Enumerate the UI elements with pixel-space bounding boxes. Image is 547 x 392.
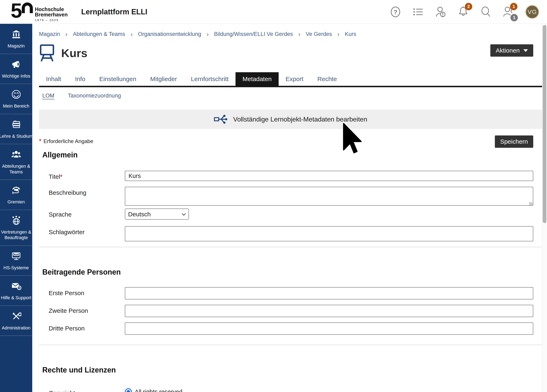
required-note: *Erforderliche Angabe [39, 135, 93, 144]
svg-text:?: ? [18, 286, 20, 290]
section-divider [39, 345, 542, 345]
tab-bar: Inhalt Info Einstellungen Mitglieder Ler… [39, 72, 542, 86]
schlagwoerter-label: Schlagwörter [39, 226, 125, 236]
sidebar-item-hilfe-support[interactable]: ? Hilfe & Support [0, 276, 32, 306]
logo-five-digit: 5 [11, 2, 21, 19]
user-avatar[interactable]: VG [525, 5, 539, 19]
sidebar-item-label: HS-Systeme [3, 265, 29, 271]
search-button[interactable] [480, 5, 492, 19]
form-row-zweite-person: Zweite Person [39, 305, 542, 317]
tab-mitglieder[interactable]: Mitglieder [143, 72, 184, 86]
sprache-select[interactable]: Deutsch [125, 209, 189, 220]
chevron-right-icon: › [298, 31, 301, 37]
contacts-badge-bottom: 1 [510, 14, 518, 21]
metadata-node-icon [214, 114, 227, 125]
sidebar-item-label: Lehre & Studium [0, 133, 33, 139]
tab-inhalt[interactable]: Inhalt [39, 72, 68, 86]
tab-metadaten[interactable]: Metadaten [235, 72, 279, 86]
breadcrumb-bildung-wissen[interactable]: Bildung/Wissen/ELLI Ve Gerdes [214, 31, 293, 37]
tab-einstellungen[interactable]: Einstellungen [92, 72, 143, 86]
sidebar-item-administration[interactable]: Administration [0, 306, 32, 336]
form-row-copyright: Copyright All rights reserved [39, 387, 542, 392]
breadcrumb-ve-gerdes[interactable]: Ve Gerdes [306, 31, 332, 37]
logo-text: Hochschule Bremerhaven 1975 – 2025 [35, 7, 68, 22]
svg-text:***: *** [14, 253, 18, 256]
course-easel-icon [39, 43, 55, 62]
copyright-label: Copyright [39, 387, 125, 392]
beschreibung-label: Beschreibung [39, 187, 125, 196]
beschreibung-textarea[interactable] [125, 187, 533, 206]
form-row-sprache: Sprache Deutsch [39, 209, 542, 220]
save-button[interactable]: Speichern [495, 135, 533, 148]
tab-export[interactable]: Export [279, 72, 310, 86]
chevron-right-icon: › [337, 31, 340, 37]
breadcrumb-abteilungen-teams[interactable]: Abteilungen & Teams [73, 31, 125, 37]
zweite-person-input[interactable] [125, 305, 533, 317]
notifications-badge: 2 [465, 3, 472, 10]
titel-input[interactable] [125, 171, 533, 181]
sidebar-item-vertretungen[interactable]: Vertretungen & Beauftragte [0, 210, 32, 246]
committee-icon [11, 185, 21, 196]
subtab-bar: LOM Taxonomiezuordnung [39, 93, 542, 99]
sidebar-item-hs-systeme[interactable]: *** HS-Systeme [0, 246, 32, 276]
app-title: Lernplattform ELLI [81, 7, 147, 16]
user-alert-icon: ! [435, 6, 446, 18]
sidebar-item-wichtige-infos[interactable]: Wichtige Infos [0, 54, 32, 84]
section-heading-rechte: Rechte und Lizenzen [42, 366, 542, 374]
scrollbar[interactable] [542, 24, 547, 392]
form-row-erste-person: Erste Person [39, 287, 542, 299]
copyright-radio-selected[interactable] [125, 388, 132, 392]
scrollbar-thumb[interactable] [543, 25, 546, 223]
subtab-lom[interactable]: LOM [42, 93, 55, 99]
tab-lernfortschritt[interactable]: Lernfortschritt [184, 72, 235, 86]
breadcrumb-kurs[interactable]: Kurs [345, 31, 356, 37]
form-row-beschreibung: Beschreibung [39, 187, 542, 206]
erste-person-label: Erste Person [39, 287, 125, 297]
form-toolbar: *Erforderliche Angabe Speichern [39, 135, 542, 148]
anniversary-50-logo: 5 [11, 2, 33, 19]
breadcrumb: Magazin › Abteilungen & Teams › Organisa… [39, 24, 542, 37]
sidebar-item-lehre-studium[interactable]: Lehre & Studium [0, 114, 32, 144]
sidebar-item-gremien[interactable]: Gremien [0, 180, 32, 210]
help-button[interactable]: ? [390, 5, 401, 19]
tab-info[interactable]: Info [68, 72, 92, 86]
logo-zero-arch [22, 2, 33, 13]
breadcrumb-magazin[interactable]: Magazin [39, 31, 60, 37]
dritte-person-input[interactable] [125, 322, 533, 335]
edit-full-metadata-banner[interactable]: Vollständige Lernobjekt-Metadaten bearbe… [39, 110, 542, 129]
erste-person-input[interactable] [125, 287, 533, 299]
resize-grip-icon[interactable] [529, 202, 533, 205]
bank-icon [11, 29, 21, 40]
sidebar-item-mein-bereich[interactable]: Mein Bereich [0, 84, 32, 114]
chevron-right-icon: › [130, 31, 133, 37]
copyright-option-label: All rights reserved [135, 389, 182, 392]
todo-list-button[interactable] [412, 5, 424, 19]
subtab-taxonomiezuordnung[interactable]: Taxonomiezuordnung [68, 93, 121, 99]
notifications-button[interactable]: 2 [458, 5, 469, 19]
page-title: Kurs [61, 46, 88, 60]
megaphone-icon [11, 59, 21, 70]
contacts-badge-top: 1 [510, 3, 517, 10]
form-row-schlagwoerter: Schlagwörter [39, 226, 542, 241]
titel-required-asterisk: * [60, 173, 63, 180]
breadcrumb-organisationsentwicklung[interactable]: Organisationsentwicklung [138, 31, 201, 37]
awareness-button[interactable]: ! [435, 5, 446, 19]
svg-text:!: ! [442, 12, 444, 17]
section-heading-beitragende: Beitragende Personen [42, 268, 542, 277]
contacts-button[interactable]: 1 1 [503, 5, 514, 19]
sidebar-item-abteilungen-teams[interactable]: Abteilungen & Teams [0, 144, 32, 180]
search-icon [480, 6, 491, 18]
sidebar-item-magazin[interactable]: Magazin [0, 24, 32, 54]
actions-button[interactable]: Aktionen [490, 44, 533, 57]
logo-name-line2: Bremerhaven [35, 12, 68, 17]
sidebar-item-label: Hilfe & Support [1, 295, 31, 301]
chevron-right-icon: › [206, 31, 209, 37]
smiley-icon [11, 89, 21, 100]
schlagwoerter-input[interactable] [125, 226, 533, 241]
people-group-icon [11, 149, 21, 161]
sidebar-item-label: Gremien [7, 199, 25, 205]
sidebar-item-label: Administration [2, 325, 30, 331]
tab-rechte[interactable]: Rechte [310, 72, 344, 86]
caret-down-icon [523, 49, 528, 52]
logo-years: 1975 – 2025 [35, 18, 68, 22]
